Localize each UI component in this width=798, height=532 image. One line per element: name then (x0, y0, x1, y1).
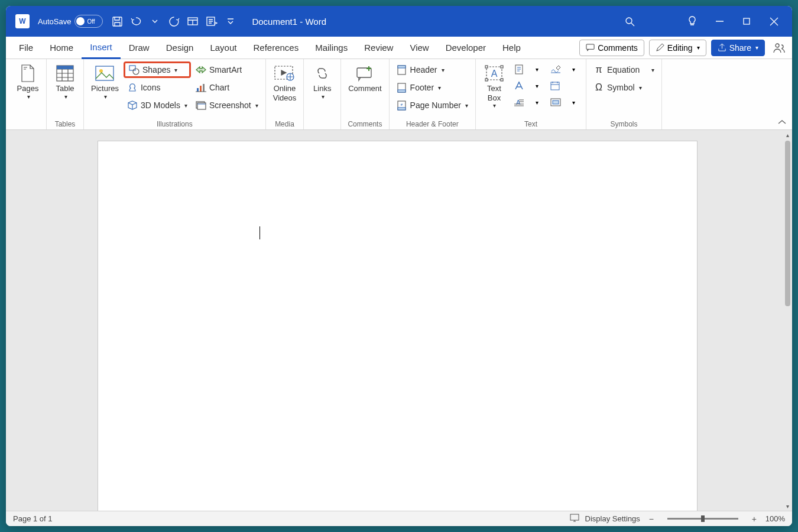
collapse-ribbon-button[interactable] (778, 116, 786, 127)
lightbulb-button[interactable] (679, 9, 706, 33)
quick-parts-dropdown[interactable]: ▾ (528, 61, 546, 77)
chevron-down-icon: ▾ (64, 93, 67, 100)
smartart-label: SmartArt (209, 65, 242, 74)
tab-home[interactable]: Home (41, 37, 82, 59)
chevron-down-icon: ▾ (442, 67, 445, 73)
page-number-button[interactable]: # Page Number ▾ (393, 97, 472, 113)
group-label-headerfooter: Header & Footer (393, 119, 472, 128)
symbol-button[interactable]: Ω Symbol ▾ (590, 79, 658, 96)
drop-cap-button[interactable]: A (510, 95, 528, 110)
table-button[interactable]: Table ▾ (50, 61, 80, 103)
svg-point-3 (626, 18, 632, 24)
3d-models-button[interactable]: 3D Models ▾ (124, 97, 191, 113)
zoom-slider[interactable] (667, 518, 738, 520)
equation-button[interactable]: π Equation ▾ (590, 61, 658, 78)
smartart-button[interactable]: SmartArt (192, 61, 262, 78)
comment-button[interactable]: Comment (345, 61, 385, 96)
page-status[interactable]: Page 1 of 1 (13, 514, 53, 523)
page-number-icon: # (397, 100, 407, 111)
tab-view[interactable]: View (401, 37, 437, 59)
object-button[interactable] (547, 95, 565, 110)
share-button[interactable]: Share ▾ (711, 40, 765, 56)
zoom-out-button[interactable]: − (646, 514, 657, 524)
tab-references[interactable]: References (245, 37, 307, 59)
wordart-dropdown[interactable]: ▾ (528, 78, 546, 93)
svg-rect-33 (501, 79, 503, 81)
vertical-scrollbar[interactable]: ▴ ▾ (783, 130, 792, 511)
save-button[interactable] (109, 13, 125, 30)
undo-button[interactable] (128, 13, 144, 30)
chevron-down-icon: ▾ (174, 67, 177, 73)
online-videos-button[interactable]: Online Videos (270, 61, 300, 105)
wordart-button[interactable] (510, 78, 528, 93)
svg-rect-30 (485, 66, 488, 68)
header-label: Header (410, 65, 437, 74)
pages-label: Pages (17, 84, 39, 93)
links-button[interactable]: Links ▾ (307, 61, 337, 103)
tab-layout[interactable]: Layout (202, 37, 245, 59)
redo-button[interactable] (166, 13, 182, 30)
object-dropdown[interactable]: ▾ (565, 95, 582, 110)
footer-button[interactable]: Footer ▾ (393, 79, 472, 96)
tab-draw[interactable]: Draw (121, 37, 158, 59)
close-button[interactable] (760, 9, 787, 33)
chart-button[interactable]: Chart (192, 79, 262, 96)
undo-dropdown[interactable] (147, 13, 163, 30)
picture-icon (95, 64, 114, 83)
maximize-button[interactable] (733, 9, 760, 33)
autosave-toggle[interactable]: Off (74, 15, 103, 28)
scroll-thumb[interactable] (785, 141, 790, 306)
icons-button[interactable]: Icons (124, 79, 191, 96)
signature-line-button[interactable] (547, 61, 565, 77)
icons-icon (127, 82, 138, 93)
tab-mailings[interactable]: Mailings (307, 37, 356, 59)
group-comments: Comment Comments (341, 59, 389, 129)
signature-dropdown[interactable]: ▾ (565, 61, 582, 77)
zoom-in-button[interactable]: + (749, 514, 760, 524)
pictures-button[interactable]: Pictures ▾ (87, 61, 122, 103)
date-time-button[interactable] (547, 78, 565, 93)
quick-parts-button[interactable] (510, 61, 528, 77)
collaborators-icon[interactable] (771, 40, 787, 56)
svg-text:#: # (401, 103, 403, 106)
minimize-button[interactable] (706, 9, 733, 33)
screenshot-button[interactable]: Screenshot ▾ (192, 97, 262, 113)
tab-review[interactable]: Review (356, 37, 401, 59)
editing-label: Editing (667, 43, 693, 53)
tab-file[interactable]: File (11, 37, 41, 59)
qat-customize-dropdown[interactable] (222, 13, 239, 30)
zoom-level[interactable]: 100% (765, 514, 785, 523)
svg-rect-4 (744, 18, 750, 24)
symbol-icon: Ω (593, 82, 604, 93)
tab-developer[interactable]: Developer (437, 37, 494, 59)
link-icon (313, 64, 332, 83)
svg-rect-5 (586, 44, 594, 49)
qat-update-icon[interactable] (203, 13, 220, 30)
tab-help[interactable]: Help (494, 37, 529, 59)
equation-icon: π (593, 64, 604, 75)
drop-cap-dropdown[interactable]: ▾ (528, 95, 546, 110)
comments-button[interactable]: Comments (579, 40, 644, 56)
comments-label: Comments (598, 43, 638, 53)
qat-view-icon[interactable] (184, 13, 201, 30)
scroll-down-button[interactable]: ▾ (783, 501, 792, 511)
screenshot-label: Screenshot (209, 100, 251, 110)
editing-mode-button[interactable]: Editing ▾ (649, 40, 706, 56)
shapes-button[interactable]: Shapes ▾ (124, 61, 191, 78)
group-header-footer: Header ▾ Footer ▾ # Page Number ▾ Head (390, 59, 476, 129)
pages-button[interactable]: Pages ▾ (13, 61, 43, 103)
tab-insert[interactable]: Insert (82, 37, 121, 59)
scroll-up-button[interactable]: ▴ (783, 130, 792, 140)
document-page[interactable] (98, 141, 698, 511)
chart-label: Chart (209, 83, 229, 92)
document-area[interactable]: ▴ ▾ (6, 130, 792, 511)
display-settings-button[interactable]: Display Settings (585, 514, 640, 523)
text-box-button[interactable]: A Text Box ▾ (479, 61, 509, 112)
video-icon (275, 64, 294, 83)
group-media: Online Videos Media (266, 59, 304, 129)
header-button[interactable]: Header ▾ (393, 61, 472, 78)
zoom-slider-thumb[interactable] (701, 515, 705, 522)
tab-design[interactable]: Design (158, 37, 202, 59)
search-button[interactable] (616, 9, 643, 33)
toggle-knob (76, 17, 85, 25)
